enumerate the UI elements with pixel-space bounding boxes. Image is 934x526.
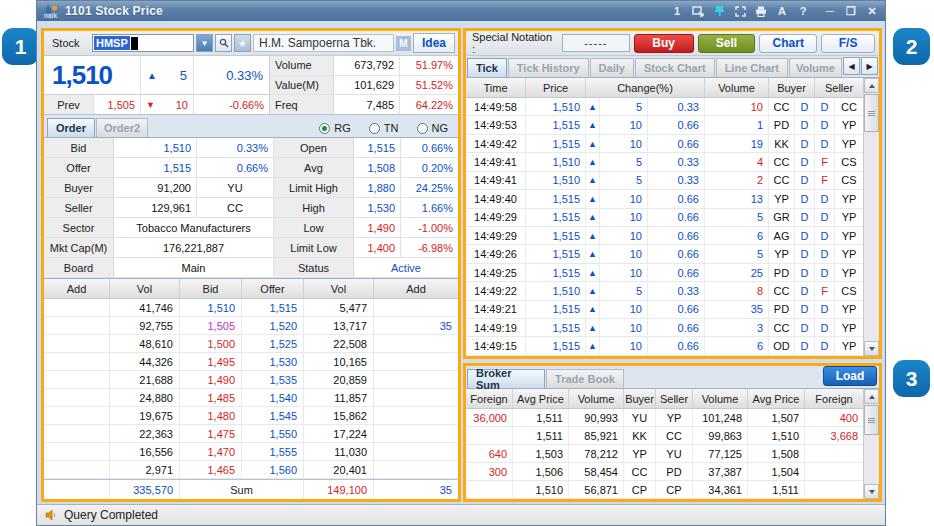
tab-volume[interactable]: Volume [789,58,842,77]
tick-buyer-flag-cell: D [795,98,815,115]
scroll-thumb[interactable] [864,405,879,435]
new-window-icon[interactable] [691,4,705,18]
load-button[interactable]: Load [823,366,877,386]
order-book-row[interactable]: 44,326 1,495 1,530 10,165 [44,353,458,371]
help-icon[interactable]: ? [796,4,810,18]
tick-time-cell: 14:49:40 [466,190,526,207]
order-book-row[interactable]: 2,971 1,465 1,560 20,401 [44,461,458,479]
tick-row[interactable]: 14:49:22 1,510 ▲ 5 0.33 8 CC D F CS [466,282,863,300]
order-book-row[interactable]: 41,746 1,510 1,515 5,477 [44,299,458,317]
stock-search-button[interactable] [215,34,232,52]
broker-row[interactable]: 1,510 56,871 CP CP 34,361 1,511 [466,481,863,499]
font-size-icon[interactable]: A [775,4,789,18]
scroll-up-icon[interactable] [864,389,879,404]
tab-stock-chart[interactable]: Stock Chart [635,58,715,77]
radio-tn[interactable]: TN [369,122,399,134]
prev-change-pct: -0.66% [194,95,269,114]
broker-row[interactable]: 36,000 1,511 90,993 YU YP 101,248 1,507 … [466,409,863,427]
tick-row[interactable]: 14:49:42 1,515 ▲ 10 0.66 19 KK D D YP [466,135,863,153]
close-icon[interactable]: ✕ [865,4,879,18]
info-value: 91,200 [114,178,197,197]
tab-broker-sum[interactable]: Broker Sum [467,369,545,388]
pin-icon[interactable] [712,4,726,18]
tick-change-cell: 10 [600,319,648,336]
order-book-row[interactable]: 21,688 1,490 1,535 20,859 [44,371,458,389]
tick-row[interactable]: 14:49:29 1,515 ▲ 10 0.66 5 GR D D YP [466,209,863,227]
tab-order2[interactable]: Order2 [96,118,148,137]
tick-seller-cell: CS [835,172,863,189]
tab-scroll-left-icon[interactable]: ◀ [843,57,860,75]
offer-price-cell: 1,515 [242,299,304,316]
tick-buyer-cell: AG [769,227,795,244]
tick-row[interactable]: 14:49:26 1,515 ▲ 10 0.66 5 YP D D YP [466,245,863,263]
tick-up-arrow-icon: ▲ [586,245,600,262]
broker-scrollbar[interactable] [863,389,879,499]
minimize-icon[interactable]: ─ [823,4,837,18]
tick-change-pct-cell: 0.33 [648,282,705,299]
broker-row[interactable]: 640 1,503 78,212 YP YU 77,125 1,508 [466,445,863,463]
scroll-track[interactable] [864,132,879,341]
stock-code-input[interactable]: HMSP [92,34,194,52]
tick-row[interactable]: 14:49:53 1,515 ▲ 10 0.66 1 PD D D YP [466,116,863,134]
order-book-row[interactable]: 19,675 1,480 1,545 15,862 [44,407,458,425]
scroll-up-icon[interactable] [864,78,879,93]
tick-row[interactable]: 14:49:29 1,515 ▲ 10 0.66 6 AG D D YP [466,227,863,245]
info-value: Active [354,258,458,277]
favorite-star-button[interactable]: ★ [234,34,251,52]
order-book-row[interactable]: 16,556 1,470 1,555 11,030 [44,443,458,461]
broker-row[interactable]: 1,511 85,921 KK CC 99,863 1,510 3,668 [466,427,863,445]
tick-scrollbar[interactable] [863,78,879,356]
bid-volume-cell: 2,971 [110,461,180,478]
maximize-icon[interactable]: ❒ [844,4,858,18]
tab-tick[interactable]: Tick [467,58,507,77]
offer-add-cell [374,353,458,370]
idea-button[interactable]: Idea [413,33,455,53]
tick-row[interactable]: 14:49:19 1,515 ▲ 10 0.66 3 CC D D YP [466,319,863,337]
chart-button[interactable]: Chart [759,34,817,53]
scroll-down-icon[interactable] [864,484,879,499]
order-book-row[interactable]: 22,363 1,475 1,550 17,224 [44,425,458,443]
tab-scroll-right-icon[interactable]: ▶ [861,57,878,75]
tab-line-chart[interactable]: Line Chart [716,58,788,77]
print-icon[interactable] [754,4,768,18]
order-book-row[interactable]: 92,755 1,505 1,520 13,717 35 [44,317,458,335]
buy-button[interactable]: Buy [634,34,694,53]
special-notation-row: Special Notation : ----- Buy Sell Chart … [466,31,879,56]
tick-row[interactable]: 14:49:15 1,515 ▲ 10 0.66 6 OD D D YP [466,337,863,355]
tick-buyer-flag-cell: D [795,319,815,336]
tab-tick-history[interactable]: Tick History [508,58,589,77]
radio-ng[interactable]: NG [417,122,449,134]
tick-row[interactable]: 14:49:58 1,510 ▲ 5 0.33 10 CC D D CC [466,98,863,116]
tick-row[interactable]: 14:49:41 1,510 ▲ 5 0.33 2 CC D F CS [466,172,863,190]
tick-up-arrow-icon: ▲ [586,209,600,226]
broker-row[interactable]: 300 1,506 58,454 CC PD 37,387 1,504 [466,463,863,481]
stock-dropdown-button[interactable]: ▼ [196,34,213,52]
tab-trade-book[interactable]: Trade Book [546,369,624,388]
broker-volume-buy-cell: 78,212 [569,445,624,462]
info-value: 1,880 [354,178,401,197]
scroll-thumb[interactable] [864,94,879,132]
order-book-row[interactable]: 24,880 1,485 1,540 11,857 [44,389,458,407]
tick-row[interactable]: 14:49:41 1,510 ▲ 5 0.33 4 CC D F CS [466,153,863,171]
col-header-seller: Seller [656,389,693,408]
radio-rg[interactable]: RG [319,122,351,134]
fs-button[interactable]: F/S [821,34,875,53]
info-label: Limit Low [274,238,354,257]
stat-pct: 51.97% [400,56,458,75]
tick-volume-cell: 25 [705,264,769,281]
tick-change-pct-cell: 0.66 [648,190,705,207]
bid-add-cell [44,335,110,352]
tick-row[interactable]: 14:49:40 1,515 ▲ 10 0.66 13 YP D D YP [466,190,863,208]
scroll-down-icon[interactable] [864,341,879,356]
tick-row[interactable]: 14:49:21 1,515 ▲ 10 0.66 35 PD D D YP [466,301,863,319]
tick-row[interactable]: 14:49:25 1,515 ▲ 10 0.66 25 PD D D YP [466,264,863,282]
tab-order[interactable]: Order [47,118,95,137]
info-value: Tobacco Manufacturers [114,218,274,237]
tab-daily[interactable]: Daily [590,58,634,77]
order-book-row[interactable]: 48,610 1,500 1,525 22,508 [44,335,458,353]
tick-buyer-cell: CC [769,319,795,336]
fullscreen-icon[interactable] [733,4,747,18]
offer-price-cell: 1,545 [242,407,304,424]
scroll-track[interactable] [864,435,879,484]
sell-button[interactable]: Sell [698,34,756,53]
